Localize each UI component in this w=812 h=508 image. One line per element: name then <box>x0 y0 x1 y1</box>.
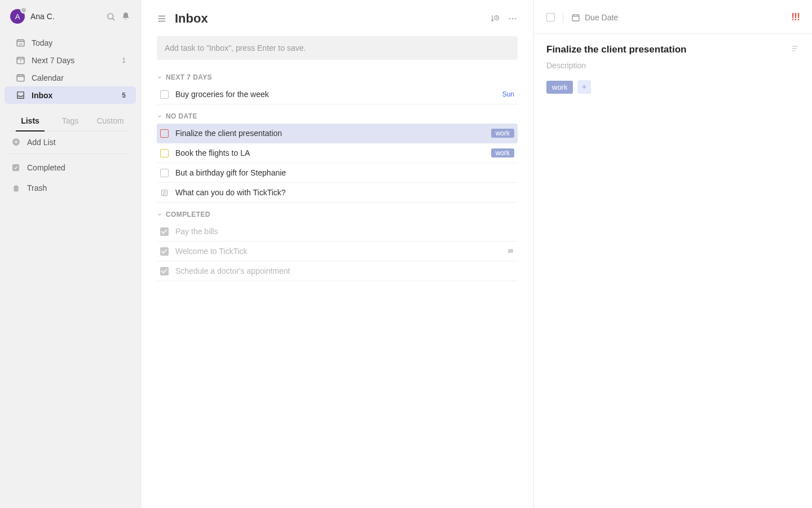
bell-icon[interactable] <box>121 12 130 21</box>
task-title: Schedule a doctor's appointment <box>175 266 514 275</box>
svg-text:T: T <box>19 60 21 63</box>
task-due: Sun <box>502 90 514 98</box>
section-label: COMPLETED <box>166 211 210 218</box>
detail-body: Finalize the client presentation Descrip… <box>534 34 812 104</box>
description-input[interactable]: Description <box>546 61 800 70</box>
nav-count: 5 <box>122 91 126 99</box>
task-title: Buy groceries for the week <box>175 90 498 99</box>
section-nodate-header[interactable]: NO DATE <box>157 109 518 124</box>
svg-point-19 <box>512 18 514 20</box>
task-row[interactable]: Buy groceries for the week Sun <box>157 85 518 104</box>
chevron-down-icon <box>157 75 162 80</box>
tab-tags[interactable]: Tags <box>50 112 90 131</box>
section-next7-header[interactable]: NEXT 7 DAYS <box>157 70 518 85</box>
svg-point-20 <box>515 18 517 20</box>
task-row[interactable]: Finalize the client presentation work <box>157 124 518 143</box>
avatar-initial: A <box>15 12 20 21</box>
svg-rect-13 <box>12 164 19 171</box>
svg-point-18 <box>509 18 510 20</box>
svg-text:22: 22 <box>19 42 22 46</box>
task-row[interactable]: Welcome to TickTick <box>157 242 518 261</box>
status-badge <box>20 7 27 14</box>
divider <box>10 154 130 154</box>
search-icon[interactable] <box>106 12 116 21</box>
nav-count: 1 <box>122 56 126 64</box>
checkbox-checked[interactable] <box>160 267 169 275</box>
section-label: NEXT 7 DAYS <box>166 73 212 81</box>
nav-next7[interactable]: T Next 7 Days 1 <box>5 51 136 69</box>
task-row[interactable]: But a birthday gift for Stephanie <box>157 163 518 183</box>
svg-point-0 <box>108 13 113 19</box>
task-title: Finalize the client presentation <box>175 129 487 138</box>
calendar-icon <box>15 73 26 82</box>
section-label: NO DATE <box>166 112 197 120</box>
detail-header: Due Date !!! <box>534 0 812 34</box>
calendar-icon <box>571 13 580 22</box>
add-task-input[interactable]: Add task to "Inbox", press Enter to save… <box>157 36 518 60</box>
svg-line-1 <box>113 18 114 20</box>
sidebar: A Ana C. 22 Today T Next 7 Days 1 Calend… <box>0 0 141 508</box>
priority-button[interactable]: !!! <box>791 11 800 23</box>
task-title: What can you do with TickTick? <box>175 188 514 197</box>
checkbox[interactable] <box>160 169 169 177</box>
avatar[interactable]: A <box>10 9 25 24</box>
nav-label: Calendar <box>32 73 126 82</box>
svg-rect-25 <box>572 15 579 21</box>
task-title: Book the flights to LA <box>175 148 487 157</box>
plus-circle-icon <box>10 137 21 147</box>
due-date-label: Due Date <box>585 13 618 22</box>
svg-rect-8 <box>17 75 24 81</box>
due-date-button[interactable]: Due Date <box>571 13 618 22</box>
sidebar-header: A Ana C. <box>0 9 140 30</box>
nav-calendar[interactable]: Calendar <box>5 69 136 86</box>
nav-trash[interactable]: Trash <box>0 178 140 198</box>
task-row[interactable]: Schedule a doctor's appointment <box>157 261 518 281</box>
checkbox[interactable] <box>160 90 169 99</box>
comment-icon <box>507 248 514 255</box>
detail-title[interactable]: Finalize the client presentation <box>546 44 800 55</box>
more-icon[interactable] <box>508 14 518 24</box>
check-square-icon <box>10 163 21 172</box>
checkbox-checked[interactable] <box>160 227 169 236</box>
task-tag[interactable]: work <box>491 148 514 157</box>
divider <box>563 12 563 23</box>
nav-label: Next 7 Days <box>32 56 122 65</box>
checkbox-checked[interactable] <box>160 247 169 256</box>
checkbox[interactable] <box>160 149 169 157</box>
nav-today[interactable]: 22 Today <box>5 34 136 51</box>
sidebar-tabs: Lists Tags Custom <box>10 112 130 132</box>
calendar-week-icon: T <box>15 55 26 65</box>
trash-label: Trash <box>27 183 47 192</box>
detail-panel: Due Date !!! Finalize the client present… <box>534 0 812 508</box>
add-list-button[interactable]: Add List <box>0 132 140 152</box>
subtask-toggle-icon[interactable] <box>791 44 800 53</box>
completed-label: Completed <box>27 163 65 172</box>
nav-label: Today <box>32 38 126 47</box>
trash-icon <box>10 184 21 192</box>
checkbox[interactable] <box>160 129 169 138</box>
main-header: Inbox <box>157 11 518 26</box>
task-row[interactable]: Book the flights to LA work <box>157 143 518 163</box>
section-completed-header[interactable]: COMPLETED <box>157 207 518 222</box>
nav-label: Inbox <box>32 91 122 100</box>
username[interactable]: Ana C. <box>30 12 100 21</box>
task-tag[interactable]: work <box>491 129 514 138</box>
note-icon <box>160 189 169 197</box>
detail-checkbox[interactable] <box>546 13 555 21</box>
add-tag-button[interactable] <box>577 80 591 94</box>
task-title: Welcome to TickTick <box>175 247 502 256</box>
hamburger-icon[interactable] <box>157 14 167 24</box>
nav-completed[interactable]: Completed <box>0 157 140 178</box>
nav-inbox[interactable]: Inbox 5 <box>5 86 136 104</box>
tag-chip[interactable]: work <box>546 81 573 94</box>
tab-custom[interactable]: Custom <box>90 112 130 131</box>
tab-lists[interactable]: Lists <box>10 112 50 131</box>
chevron-down-icon <box>157 113 162 119</box>
inbox-icon <box>15 90 26 100</box>
add-list-label: Add List <box>27 138 56 147</box>
task-row[interactable]: What can you do with TickTick? <box>157 183 518 203</box>
task-title: Pay the bills <box>175 227 514 236</box>
task-row[interactable]: Pay the bills <box>157 222 518 242</box>
sort-icon[interactable] <box>489 14 500 24</box>
task-title: But a birthday gift for Stephanie <box>175 168 514 177</box>
